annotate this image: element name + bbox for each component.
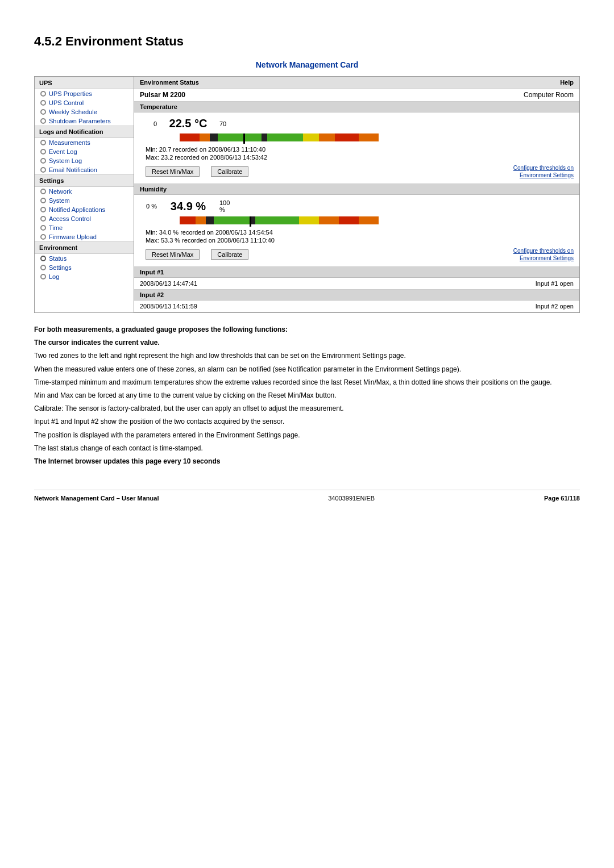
sidebar-item-label: Shutdown Parameters bbox=[49, 118, 111, 124]
device-name-row: Pulsar M 2200 Computer Room bbox=[134, 89, 579, 102]
description-line: Input #1 and Input #2 show the position … bbox=[34, 416, 580, 427]
description-line: The cursor indicates the current value. bbox=[34, 337, 580, 348]
sidebar-item[interactable]: System bbox=[35, 196, 134, 205]
humidity-section: Humidity 0 % 34.9 % 100 % bbox=[134, 184, 579, 267]
sidebar-bullet-icon bbox=[40, 265, 46, 270]
main-header-row: Environment Status Help bbox=[134, 77, 579, 89]
sidebar-item[interactable]: UPS Properties bbox=[35, 89, 134, 98]
hum-max-label: 100 % bbox=[219, 199, 237, 213]
main-content: Environment Status Help Pulsar M 2200 Co… bbox=[134, 77, 579, 312]
hum-max-recorded: Max: 53.3 % recorded on 2008/06/13 11:10… bbox=[140, 237, 574, 244]
page-footer: Network Management Card – User Manual 34… bbox=[34, 490, 580, 502]
humidity-header: Humidity bbox=[134, 184, 579, 195]
description-line: The last status change of each contact i… bbox=[34, 443, 580, 454]
page-title: 4.5.2 Environment Status bbox=[34, 34, 580, 49]
sidebar-item-label: Status bbox=[49, 255, 67, 262]
description-line: Time-stamped minimum and maximum tempera… bbox=[34, 377, 580, 388]
temp-reset-btn[interactable]: Reset Min/Max bbox=[146, 166, 200, 177]
sidebar-item-label: UPS Properties bbox=[49, 90, 92, 97]
sidebar-item-label: UPS Control bbox=[49, 99, 84, 106]
footer-left: Network Management Card – User Manual bbox=[34, 495, 159, 502]
sidebar: UPSUPS PropertiesUPS ControlWeekly Sched… bbox=[35, 77, 134, 312]
description-line: When the measured value enters one of th… bbox=[34, 364, 580, 375]
sidebar-item[interactable]: UPS Control bbox=[35, 98, 134, 107]
description-area: For both measurements, a graduated gauge… bbox=[34, 324, 580, 467]
sidebar-bullet-icon bbox=[40, 158, 46, 164]
sidebar-item[interactable]: Status bbox=[35, 254, 134, 263]
sidebar-bullet-icon bbox=[40, 118, 46, 124]
device-location: Computer Room bbox=[524, 91, 574, 99]
sidebar-item-label: Firmware Upload bbox=[49, 233, 97, 240]
description-line: For both measurements, a graduated gauge… bbox=[34, 324, 580, 335]
description-line: Calibrate: The sensor is factory-calibra… bbox=[34, 403, 580, 414]
temperature-header: Temperature bbox=[134, 102, 579, 112]
sidebar-section-header: UPS bbox=[35, 77, 134, 89]
sidebar-item[interactable]: Email Notification bbox=[35, 165, 134, 174]
temperature-button-row: Reset Min/Max Calibrate Configure thresh… bbox=[140, 164, 574, 179]
sidebar-bullet-icon bbox=[40, 140, 46, 145]
sidebar-item[interactable]: Time bbox=[35, 223, 134, 232]
sidebar-item-label: Time bbox=[49, 224, 63, 231]
input1-header: Input #1 bbox=[134, 267, 579, 278]
main-header-right: Help bbox=[560, 79, 574, 86]
humidity-button-row: Reset Min/Max Calibrate Configure thresh… bbox=[140, 247, 574, 262]
device-name: Pulsar M 2200 bbox=[140, 91, 185, 99]
sidebar-item-label: Notified Applications bbox=[49, 206, 105, 213]
input2-section: Input #2 2008/06/13 14:51:59 Input #2 op… bbox=[134, 290, 579, 312]
sidebar-item-label: Email Notification bbox=[49, 166, 97, 173]
temp-min-recorded: Min: 20.7 recorded on 2008/06/13 11:10:4… bbox=[140, 146, 574, 153]
sidebar-item[interactable]: Shutdown Parameters bbox=[35, 116, 134, 126]
temp-value: 22.5 °C bbox=[163, 117, 214, 130]
sidebar-bullet-icon bbox=[40, 198, 46, 203]
temp-calibrate-btn[interactable]: Calibrate bbox=[211, 166, 248, 177]
sidebar-item[interactable]: Network bbox=[35, 187, 134, 196]
sidebar-item[interactable]: Log bbox=[35, 272, 134, 281]
sidebar-section-header: Settings bbox=[35, 174, 134, 187]
sidebar-item-label: Event Log bbox=[49, 148, 77, 155]
sidebar-bullet-icon bbox=[40, 91, 46, 97]
temperature-gauge-row: 0 22.5 °C 70 bbox=[140, 117, 574, 130]
sidebar-item[interactable]: Event Log bbox=[35, 147, 134, 156]
temp-min-label: 0 bbox=[140, 120, 157, 127]
sidebar-item[interactable]: Weekly Schedule bbox=[35, 107, 134, 116]
temp-max-label: 70 bbox=[219, 120, 237, 127]
hum-value: 34.9 % bbox=[163, 200, 214, 213]
network-card-title: Network Management Card bbox=[34, 60, 580, 69]
hum-min-label: 0 % bbox=[140, 203, 157, 210]
sidebar-item-label: System Log bbox=[49, 157, 82, 164]
sidebar-item-label: Weekly Schedule bbox=[49, 108, 97, 115]
sidebar-bullet-icon bbox=[40, 100, 46, 106]
sidebar-item-label: Measurements bbox=[49, 139, 90, 146]
temperature-section: Temperature 0 22.5 °C 70 bbox=[134, 102, 579, 184]
sidebar-item[interactable]: System Log bbox=[35, 156, 134, 165]
temperature-body: 0 22.5 °C 70 bbox=[134, 112, 579, 183]
sidebar-item[interactable]: Settings bbox=[35, 263, 134, 272]
sidebar-bullet-icon bbox=[40, 234, 46, 240]
footer-center: 34003991EN/EB bbox=[328, 495, 375, 502]
sidebar-bullet-icon bbox=[40, 207, 46, 212]
input2-status: Input #2 open bbox=[536, 303, 574, 310]
sidebar-bullet-icon bbox=[40, 149, 46, 155]
sidebar-bullet-icon bbox=[40, 189, 46, 194]
sidebar-item-label: System bbox=[49, 197, 70, 204]
main-layout: UPSUPS PropertiesUPS ControlWeekly Sched… bbox=[34, 76, 580, 313]
sidebar-item[interactable]: Notified Applications bbox=[35, 205, 134, 214]
sidebar-item-label: Access Control bbox=[49, 215, 91, 222]
sidebar-bullet-icon bbox=[40, 216, 46, 222]
sidebar-section-header: Environment bbox=[35, 241, 134, 254]
sidebar-item[interactable]: Firmware Upload bbox=[35, 232, 134, 241]
input1-section: Input #1 2008/06/13 14:47:41 Input #1 op… bbox=[134, 267, 579, 290]
description-line: The Internet browser updates this page e… bbox=[34, 456, 580, 467]
input2-body: 2008/06/13 14:51:59 Input #2 open bbox=[134, 301, 579, 312]
description-line: Two red zones to the left and right repr… bbox=[34, 350, 580, 361]
sidebar-bullet-icon bbox=[40, 256, 46, 261]
hum-min-recorded: Min: 34.0 % recorded on 2008/06/13 14:54… bbox=[140, 229, 574, 236]
sidebar-item[interactable]: Measurements bbox=[35, 138, 134, 147]
sidebar-bullet-icon bbox=[40, 225, 46, 231]
hum-calibrate-btn[interactable]: Calibrate bbox=[211, 249, 248, 260]
sidebar-item[interactable]: Access Control bbox=[35, 214, 134, 223]
temp-configure-link[interactable]: Configure thresholds on Environment Sett… bbox=[513, 164, 574, 179]
hum-configure-link[interactable]: Configure thresholds on Environment Sett… bbox=[513, 247, 574, 262]
hum-reset-btn[interactable]: Reset Min/Max bbox=[146, 249, 200, 260]
sidebar-bullet-icon bbox=[40, 167, 46, 173]
